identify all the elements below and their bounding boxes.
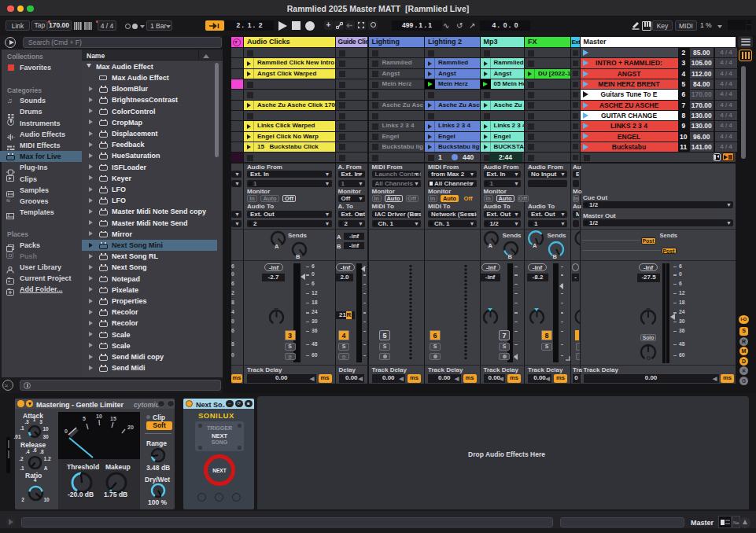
svg-text:5: 5 bbox=[83, 416, 86, 421]
svg-text:10: 10 bbox=[96, 414, 102, 419]
svg-text:15: 15 bbox=[110, 416, 116, 421]
svg-text:0: 0 bbox=[65, 428, 68, 434]
svg-text:20: 20 bbox=[127, 425, 134, 430]
